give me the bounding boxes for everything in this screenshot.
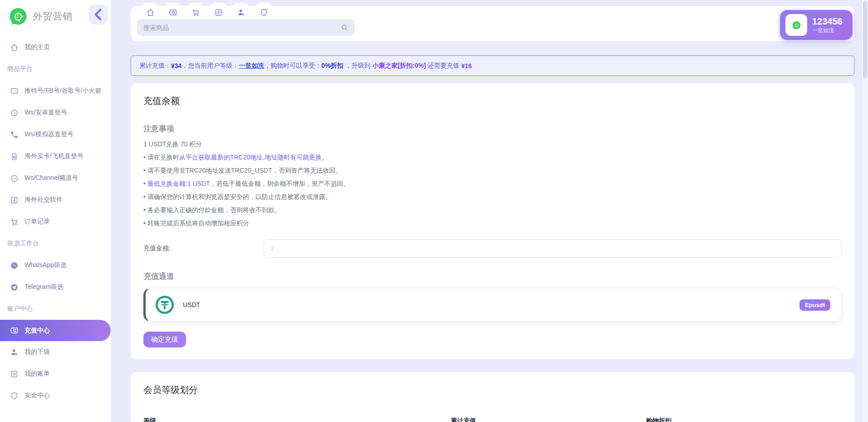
sidebar-logo-row: 外贸营销 — [0, 0, 111, 33]
notice-segment: ，升级到 — [343, 62, 373, 70]
note-segment: 最低兑换金额:1 USDT — [147, 180, 210, 187]
app-logo-icon — [9, 7, 27, 25]
phone-icon — [10, 130, 19, 139]
note-item: •请在兑换时从平台获取最新的TRC20地址,地址随时有可能更换。 — [143, 154, 842, 162]
quick-tab-wallet[interactable] — [165, 3, 181, 20]
sidebar-item-label: Ws/Channel频道号 — [25, 174, 78, 182]
note-segment: 转账完成后系统将自动增加相应积分 — [147, 219, 249, 227]
sidebar-item[interactable]: 推特号/FB号/谷歌号/小火箭 — [0, 80, 111, 102]
sidebar-item-label: 订单记录 — [25, 218, 50, 226]
notice-segment: ，购物时可以享受： — [264, 62, 321, 70]
quick-tabs — [142, 3, 271, 20]
notice-segment: 一贫如洗 — [239, 62, 264, 70]
quick-tab-home[interactable] — [142, 3, 158, 20]
notice-segment: ¥34 — [171, 62, 181, 70]
amount-label: 充值金额: — [143, 244, 264, 253]
sidebar-item-label: Telegram筛选 — [25, 283, 64, 291]
search-box — [137, 19, 355, 36]
sidebar-item[interactable]: 海外实卡/飞机直登号 — [0, 145, 111, 167]
notice-segment: 小康之家[折扣:0%] — [372, 62, 426, 70]
confirm-recharge-button[interactable]: 确定充值 — [143, 332, 186, 348]
channel-title: 充值通道 — [143, 271, 842, 282]
amount-input[interactable] — [264, 239, 842, 258]
exchange-rate-line: 1 USDT兑换 70 积分 — [143, 140, 842, 149]
bill-icon — [10, 370, 19, 378]
quick-tab-shield[interactable] — [256, 3, 271, 20]
recharge-title: 充值余额 — [143, 95, 842, 107]
quick-tab-person-star[interactable] — [233, 3, 249, 20]
person-star-icon — [237, 8, 245, 17]
sidebar-item[interactable]: Ws/模拟器直登号 — [0, 124, 111, 145]
sidebar-item-label: 海外实卡/飞机直登号 — [25, 152, 83, 160]
cart-icon — [10, 218, 19, 226]
user-name: 123456 — [812, 16, 843, 27]
tether-icon — [156, 296, 174, 314]
sidebar-item[interactable]: Telegram筛选 — [0, 276, 111, 298]
chat-icon — [10, 87, 19, 95]
member-levels-card: 会员等级划分 等级累计充值购物折扣 LV1一贫如洗¥00% — [131, 372, 854, 422]
sidebar-item-label: 我的主页 — [25, 43, 50, 51]
note-segment: 请在兑换时 — [147, 154, 179, 161]
wallet-icon — [10, 326, 19, 335]
channel-usdt-option[interactable]: USDT Epusdt — [143, 288, 842, 322]
facebook-icon — [10, 196, 19, 204]
sidebar-item-label: 我的账单 — [25, 370, 50, 378]
search-icon[interactable] — [341, 24, 348, 31]
sidebar-item[interactable]: Ws/安卓直登号 — [0, 102, 111, 124]
notes-list: •请在兑换时从平台获取最新的TRC20地址,地址随时有可能更换。•请不要使用非T… — [143, 154, 842, 228]
sidebar-item[interactable]: 海外社交软件 — [0, 189, 111, 211]
levels-header-cell: 累计充值 — [451, 417, 646, 422]
user-meta: 123456 一贫如洗 — [812, 16, 843, 34]
note-bullet: • — [143, 167, 146, 174]
app-title: 外贸营销 — [33, 10, 73, 23]
sidebar-section-label: 商品平台 — [0, 58, 111, 80]
quick-tab-bill[interactable] — [211, 3, 226, 20]
levels-header-cell: 购物折扣 — [646, 417, 842, 422]
note-item: •务必要输入正确的付款金额，否则将收不到款。 — [143, 206, 842, 214]
sidebar-item-label: 海外社交软件 — [25, 196, 63, 204]
user-badge[interactable]: 123456 一贫如洗 — [780, 10, 853, 40]
quick-tab-cart[interactable] — [188, 3, 203, 20]
sidebar-section-label: 账户中心 — [0, 298, 111, 320]
notice-segment: 还需要充值 — [426, 62, 461, 70]
home-icon — [146, 8, 155, 17]
sidebar-item[interactable]: Ws/Channel频道号 — [0, 167, 111, 189]
note-bullet: • — [143, 193, 146, 200]
note-bullet: • — [143, 180, 146, 187]
levels-header-cell: 等级 — [143, 417, 451, 422]
search-input[interactable] — [143, 24, 341, 31]
note-item: •最低兑换金额:1 USDT，若低于最低金额，则余额不增加，资产不追回。 — [143, 180, 842, 188]
note-bullet: • — [143, 154, 146, 161]
sidebar-item[interactable]: 订单记录 — [0, 211, 111, 233]
sidebar-item[interactable]: 安全中心 — [0, 385, 111, 407]
channel-name: USDT — [183, 301, 200, 308]
note-bullet: • — [143, 219, 146, 227]
channel-gateway-badge: Epusdt — [799, 299, 830, 311]
whatsapp-filled-icon — [10, 261, 19, 270]
sidebar-item-label: 充值中心 — [25, 327, 50, 335]
sidebar-section-label: 筛选工作台 — [0, 233, 111, 254]
sidebar-item[interactable]: WhatsApp筛选 — [0, 254, 111, 276]
top-header: 123456 一贫如洗 — [131, 6, 854, 41]
avatar — [785, 14, 807, 36]
note-bullet: • — [143, 206, 146, 213]
sidebar-item[interactable]: 我的下级 — [0, 341, 111, 363]
recharge-card: 充值余额 注意事项 1 USDT兑换 70 积分 •请在兑换时从平台获取最新的T… — [131, 83, 854, 359]
sidebar-item[interactable]: 我的主页 — [0, 36, 111, 58]
rate-segment: 70 — [181, 140, 188, 148]
notice-segment: 累计充值： — [139, 62, 171, 70]
notes-title: 注意事项 — [143, 124, 842, 134]
sidebar-collapse-button[interactable] — [89, 5, 108, 25]
levels-header-row: 等级累计充值购物折扣 — [143, 417, 842, 422]
sidebar-item[interactable]: 我的账单 — [0, 363, 111, 385]
note-segment: 请不要使用非TRC20地址发送TRC20_USDT，否则资产将无法收回。 — [147, 167, 342, 174]
wallet-icon — [169, 8, 177, 17]
scrollbar-thumb[interactable] — [863, 1, 867, 78]
simcard-icon — [10, 152, 19, 161]
sidebar-item-label: WhatsApp筛选 — [25, 261, 67, 269]
person-star-icon — [10, 348, 19, 357]
level-notice-banner: 累计充值：¥34，您当前用户等级：一贫如洗，购物时可以享受：0%折扣 ，升级到 … — [131, 55, 854, 76]
note-item: •转账完成后系统将自动增加相应积分 — [143, 219, 842, 228]
page-scrollbar[interactable] — [862, 0, 868, 422]
sidebar-item[interactable]: 充值中心 — [0, 320, 111, 341]
